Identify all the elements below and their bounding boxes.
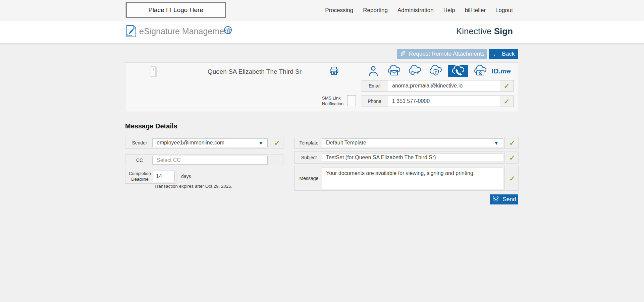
- sender-valid-check-icon: ✓: [274, 139, 280, 146]
- subject-label: Subject: [296, 153, 322, 162]
- sms-label-line2: Notification: [322, 101, 345, 107]
- svg-text:?: ?: [435, 70, 437, 74]
- subject-input[interactable]: [326, 155, 499, 161]
- sender-field-group: Sender employee1@immonline.com ▼: [125, 137, 269, 149]
- access-code-auth-icon[interactable]: [406, 65, 424, 77]
- completion-deadline-label: Completion Deadline: [127, 171, 153, 182]
- template-field-group: Template Default Template ▼: [294, 137, 505, 149]
- info-icon[interactable]: i: [224, 26, 232, 34]
- deadline-label-line1: Completion: [129, 171, 151, 176]
- completion-deadline-group: Completion Deadline: [125, 169, 176, 184]
- message-field-group: Message Your documents are available for…: [294, 166, 505, 191]
- back-label: Back: [502, 51, 515, 57]
- idme-auth-icon[interactable]: ID.me: [492, 65, 510, 77]
- sender-dropdown[interactable]: employee1@immonline.com ▼: [152, 138, 268, 147]
- request-remote-attachments-button[interactable]: Request Remote Attachments: [397, 49, 487, 59]
- svg-text:1: 1: [152, 68, 154, 72]
- brand-logo: Kinective Sign: [456, 26, 513, 37]
- print-icon[interactable]: [329, 66, 339, 77]
- idme-italic: me: [500, 67, 511, 75]
- subject-valid-check-icon: ✓: [509, 154, 515, 161]
- deadline-days-input[interactable]: [156, 173, 175, 179]
- sender-label: Sender: [127, 138, 152, 147]
- message-valid-check-icon: ✓: [509, 175, 515, 182]
- header-band: eSignature Management i Kinective Sign: [0, 20, 644, 43]
- message-details-heading: Message Details: [125, 122, 177, 130]
- email-valid-check-icon: ✓: [504, 82, 510, 89]
- send-label: Send: [503, 196, 516, 203]
- email-label: Email: [361, 80, 388, 91]
- cc-status-cell: [271, 154, 283, 166]
- nav-administration[interactable]: Administration: [397, 7, 434, 14]
- message-textarea[interactable]: Your documents are available for viewing…: [326, 168, 499, 189]
- esignature-document-icon: [126, 25, 137, 39]
- sms-phone-auth-icon[interactable]: [448, 65, 468, 77]
- nav-help[interactable]: Help: [443, 7, 455, 14]
- sender-dropdown-caret-icon[interactable]: ▼: [258, 140, 263, 146]
- recipient-card: 1 Queen SA Elizabeth The Third Sr: [125, 62, 518, 112]
- nav-logout[interactable]: Logout: [495, 7, 513, 14]
- nav-user-bill-teller[interactable]: bill teller: [465, 7, 486, 14]
- idme-bold: ID.: [491, 67, 500, 75]
- deadline-unit-label: days: [181, 174, 191, 179]
- document-count-icon: 1: [150, 66, 158, 79]
- photo-id-auth-icon[interactable]: [472, 65, 489, 77]
- fi-logo-placeholder: Place FI Logo Here: [126, 2, 226, 18]
- transaction-expiry-note: Transaction expires after Oct 29, 2025.: [154, 184, 232, 189]
- back-arrow-icon: ←: [493, 51, 499, 57]
- template-valid-check-icon: ✓: [509, 139, 515, 146]
- email-link-auth-icon[interactable]: [385, 65, 403, 77]
- sms-link-notification-checkbox[interactable]: [347, 95, 356, 106]
- phone-input[interactable]: [388, 96, 500, 107]
- in-person-auth-icon[interactable]: [365, 65, 382, 77]
- sms-label-line1: SMS Link: [322, 95, 345, 101]
- email-input[interactable]: [388, 80, 500, 91]
- phone-label: Phone: [361, 96, 388, 107]
- subject-field-group: Subject: [294, 152, 505, 164]
- deadline-label-line2: Deadline: [131, 176, 148, 182]
- nav-processing[interactable]: Processing: [325, 7, 353, 14]
- template-dropdown-caret-icon[interactable]: ▼: [494, 140, 499, 146]
- message-label: Message: [296, 168, 322, 189]
- cc-input[interactable]: [157, 157, 263, 163]
- esignature-management-page: Place FI Logo Here Processing Reporting …: [0, 0, 644, 302]
- send-button[interactable]: Send: [490, 194, 518, 204]
- sms-link-notification-label: SMS Link Notification: [322, 95, 345, 107]
- back-button[interactable]: ← Back: [489, 49, 518, 59]
- phone-field-group: Phone ✓: [361, 96, 514, 107]
- brand-regular: Kinective: [456, 26, 494, 36]
- email-field-group: Email ✓: [361, 80, 514, 92]
- recipient-name: Queen SA Elizabeth The Third Sr: [182, 68, 327, 75]
- nav-reporting[interactable]: Reporting: [363, 7, 388, 14]
- page-title: eSignature Management: [139, 26, 231, 36]
- send-envelope-icon: [492, 196, 500, 203]
- cc-field-group: CC: [125, 154, 269, 166]
- request-remote-attachments-label: Request Remote Attachments: [409, 51, 485, 57]
- cc-label: CC: [127, 156, 152, 165]
- top-bar: Place FI Logo Here Processing Reporting …: [0, 0, 644, 20]
- template-label: Template: [296, 138, 322, 147]
- template-dropdown[interactable]: Default Template ▼: [322, 138, 503, 147]
- security-question-auth-icon[interactable]: ?: [427, 65, 444, 77]
- authentication-method-row: ? ID.me: [365, 65, 510, 77]
- phone-valid-check-icon: ✓: [504, 98, 510, 105]
- main-nav: Processing Reporting Administration Help…: [325, 0, 513, 20]
- paperclip-icon: [399, 50, 406, 58]
- template-value: Default Template: [326, 140, 366, 146]
- sender-value: employee1@immonline.com: [157, 140, 224, 146]
- brand-bold: Sign: [494, 26, 513, 36]
